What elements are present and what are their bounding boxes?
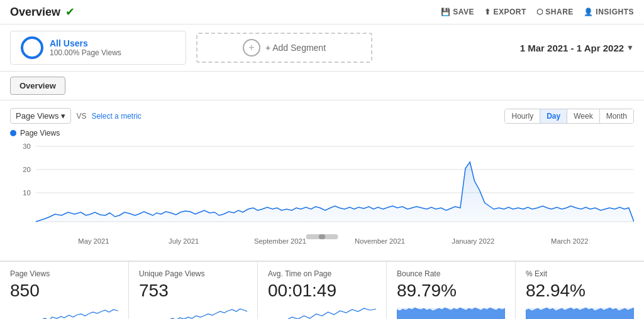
export-button[interactable]: ⬆ EXPORT	[484, 8, 526, 16]
segments-bar: All Users 100.00% Page Views + + Add Seg…	[0, 24, 644, 72]
metric-exit: % Exit 82.94%	[516, 262, 644, 319]
metric-bounce-rate: Bounce Rate 89.79%	[387, 262, 516, 319]
time-btn-day[interactable]: Day	[540, 109, 567, 123]
add-segment-label: + Add Segment	[265, 43, 326, 53]
svg-text:March 2022: March 2022	[551, 237, 588, 245]
time-btn-month[interactable]: Month	[599, 109, 633, 123]
metric-exit-value: 82.94%	[526, 281, 634, 301]
select-metric-link[interactable]: Select a metric	[91, 112, 141, 121]
svg-text:10: 10	[23, 189, 30, 197]
metric-page-views-value: 850	[10, 281, 118, 301]
segment-circle	[21, 36, 43, 59]
svg-text:July 2021: July 2021	[169, 237, 199, 245]
share-button[interactable]: ⬡ SHARE	[536, 8, 574, 16]
chevron-down-icon: ▼	[626, 43, 634, 52]
segment-name: All Users	[50, 38, 121, 48]
metric-avg-time-value: 00:01:49	[268, 281, 376, 301]
all-users-segment: All Users 100.00% Page Views	[10, 31, 186, 65]
svg-text:20: 20	[23, 166, 30, 173]
svg-text:November 2021: November 2021	[355, 237, 405, 245]
save-button[interactable]: 💾 SAVE	[441, 8, 474, 16]
chart-svg: 30 20 10 May 2021 July 2021 September 20…	[10, 140, 634, 250]
chart-left-controls: Page Views ▾ VS Select a metric	[10, 108, 142, 124]
mini-chart-exit	[526, 305, 634, 319]
svg-text:May 2021: May 2021	[78, 237, 109, 245]
mini-chart-page-views	[10, 305, 118, 319]
vs-label: VS	[76, 112, 86, 121]
metric-dropdown-label: Page Views	[16, 111, 58, 121]
metric-avg-time-title: Avg. Time on Page	[268, 269, 376, 278]
metric-unique-value: 753	[139, 281, 247, 301]
header-actions: 💾 SAVE ⬆ EXPORT ⬡ SHARE 👤 INSIGHTS	[441, 8, 634, 16]
metric-bounce-value: 89.79%	[397, 281, 505, 301]
save-icon: 💾	[441, 8, 451, 16]
metric-unique-title: Unique Page Views	[139, 269, 247, 278]
legend-dot	[10, 130, 16, 136]
svg-text:September 2021: September 2021	[254, 237, 306, 245]
date-range-text: 1 Mar 2021 - 1 Apr 2022	[520, 43, 624, 53]
svg-text:January 2022: January 2022	[452, 237, 494, 245]
share-icon: ⬡	[536, 8, 543, 16]
time-btn-hourly[interactable]: Hourly	[505, 109, 540, 123]
chart-controls: Page Views ▾ VS Select a metric Hourly D…	[10, 108, 634, 124]
mini-chart-unique	[139, 305, 247, 319]
insights-button[interactable]: 👤 INSIGHTS	[584, 8, 634, 16]
mini-chart-bounce	[397, 305, 505, 319]
tab-overview[interactable]: Overview	[10, 77, 65, 95]
insights-icon: 👤	[584, 8, 594, 16]
header: Overview ✔ 💾 SAVE ⬆ EXPORT ⬡ SHARE 👤 INS…	[0, 0, 644, 24]
segment-info: All Users 100.00% Page Views	[50, 38, 121, 57]
page-title: Overview	[10, 6, 60, 19]
metric-page-views: Page Views 850	[0, 262, 129, 319]
svg-text:30: 30	[23, 143, 30, 150]
metric-unique-page-views: Unique Page Views 753	[129, 262, 258, 319]
dropdown-arrow-icon: ▾	[61, 111, 65, 121]
time-period-buttons: Hourly Day Week Month	[504, 109, 634, 124]
chart-legend: Page Views	[10, 129, 634, 138]
add-segment-circle: +	[243, 39, 260, 57]
date-range-picker[interactable]: 1 Mar 2021 - 1 Apr 2022 ▼	[520, 43, 634, 53]
segment-sub: 100.00% Page Views	[50, 48, 121, 57]
header-left: Overview ✔	[10, 5, 75, 19]
metric-page-views-title: Page Views	[10, 269, 118, 278]
metric-exit-title: % Exit	[526, 269, 634, 278]
metrics-footer: Page Views 850 Unique Page Views 753 Avg…	[0, 261, 644, 319]
legend-label: Page Views	[20, 129, 60, 138]
metric-bounce-title: Bounce Rate	[397, 269, 505, 278]
main-chart: 30 20 10 May 2021 July 2021 September 20…	[10, 140, 634, 253]
tab-bar: Overview	[0, 72, 644, 100]
chart-section: Page Views ▾ VS Select a metric Hourly D…	[0, 100, 644, 261]
mini-chart-avg-time	[268, 305, 376, 319]
add-segment-button[interactable]: + + Add Segment	[196, 33, 372, 63]
metric-dropdown[interactable]: Page Views ▾	[10, 108, 71, 124]
check-icon: ✔	[65, 5, 75, 19]
metric-avg-time: Avg. Time on Page 00:01:49	[258, 262, 387, 319]
svg-rect-14	[319, 234, 325, 239]
time-btn-week[interactable]: Week	[567, 109, 599, 123]
export-icon: ⬆	[484, 8, 491, 16]
